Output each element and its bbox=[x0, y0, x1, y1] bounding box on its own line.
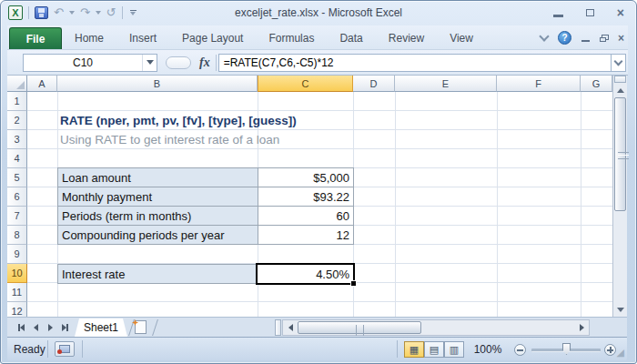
name-box-dropdown[interactable] bbox=[142, 55, 157, 71]
sheet-tab-sheet1[interactable]: Sheet1 bbox=[75, 318, 127, 337]
select-all-corner[interactable] bbox=[7, 76, 27, 92]
row-header-12[interactable]: 12 bbox=[7, 302, 27, 317]
row-header-3[interactable]: 3 bbox=[7, 130, 27, 149]
vertical-split-handle[interactable] bbox=[614, 76, 626, 83]
window-controls: × bbox=[553, 8, 624, 17]
restore-icon[interactable] bbox=[585, 9, 595, 17]
divider bbox=[47, 340, 48, 358]
row-header-6[interactable]: 6 bbox=[7, 187, 27, 207]
selected-cell-c10[interactable]: 4.50% bbox=[256, 263, 355, 285]
tab-separator bbox=[128, 319, 135, 336]
last-sheet-button[interactable] bbox=[58, 321, 71, 334]
redo-button[interactable]: ↷ bbox=[80, 6, 90, 19]
undo-dropdown-icon[interactable] bbox=[69, 11, 75, 15]
divider bbox=[397, 340, 398, 358]
scroll-left-button[interactable] bbox=[284, 321, 297, 334]
cell-c10-value: 4.50% bbox=[316, 268, 349, 281]
cell-reference: C10 bbox=[24, 55, 142, 71]
scroll-up-button[interactable] bbox=[614, 84, 626, 96]
minimize-ribbon-icon[interactable] bbox=[539, 31, 549, 41]
close-icon[interactable]: × bbox=[617, 9, 624, 17]
tab-page-layout[interactable]: Page Layout bbox=[169, 27, 256, 49]
formula-input[interactable]: =RATE(C7,C6,-C5)*12 bbox=[218, 54, 611, 72]
view-page-break-button[interactable]: ▥ bbox=[444, 341, 464, 358]
ribbon-right-controls: ? × bbox=[541, 31, 624, 45]
excel-app-icon[interactable]: X bbox=[8, 5, 23, 20]
row-header-1[interactable]: 1 bbox=[7, 92, 27, 111]
zoom-out-button[interactable] bbox=[514, 344, 526, 356]
row-header-2[interactable]: 2 bbox=[7, 111, 27, 130]
save-button[interactable] bbox=[35, 6, 48, 19]
formula-bar: C10 fx =RATE(C7,C6,-C5)*12 bbox=[7, 50, 628, 76]
divider bbox=[216, 55, 217, 71]
tab-home[interactable]: Home bbox=[62, 27, 116, 49]
column-header-a[interactable]: A bbox=[27, 76, 57, 92]
column-header-g[interactable]: G bbox=[581, 76, 612, 92]
horizontal-scrollbar[interactable] bbox=[282, 319, 590, 336]
tab-separator bbox=[152, 319, 158, 336]
workbook-restore-icon[interactable] bbox=[600, 35, 608, 42]
tab-review[interactable]: Review bbox=[376, 27, 437, 49]
vertical-scrollbar[interactable] bbox=[612, 76, 627, 317]
cell-b6-label[interactable]: Monthly payment bbox=[57, 187, 258, 207]
row-header-7[interactable]: 7 bbox=[7, 207, 27, 226]
tab-data[interactable]: Data bbox=[327, 27, 375, 49]
divider bbox=[82, 340, 83, 358]
formula-bar-handle bbox=[166, 56, 191, 69]
tab-view[interactable]: View bbox=[437, 27, 486, 49]
horizontal-scroll-thumb[interactable] bbox=[298, 321, 421, 334]
cell-b5-label[interactable]: Loan amount bbox=[57, 167, 258, 187]
next-sheet-button[interactable] bbox=[44, 321, 56, 334]
tab-formulas[interactable]: Formulas bbox=[256, 27, 327, 49]
vertical-scroll-thumb[interactable] bbox=[614, 97, 626, 211]
resize-grip[interactable]: ◢ bbox=[613, 347, 624, 358]
fill-handle[interactable] bbox=[350, 280, 357, 287]
column-headers: A B C D E F G bbox=[7, 76, 612, 92]
column-header-b[interactable]: B bbox=[57, 76, 258, 92]
scroll-down-button[interactable] bbox=[614, 303, 626, 316]
column-header-f[interactable]: F bbox=[497, 76, 581, 92]
cell-b10-label[interactable]: Interest rate bbox=[57, 264, 258, 284]
cell-c5-value[interactable]: $5,000 bbox=[258, 167, 354, 187]
cell-b8-label[interactable]: Compounding periods per year bbox=[57, 225, 258, 245]
first-sheet-button[interactable] bbox=[15, 321, 27, 334]
cell-c7-value[interactable]: 60 bbox=[258, 206, 354, 226]
row-header-10-selected[interactable]: 10 bbox=[7, 264, 27, 283]
gridline bbox=[395, 92, 396, 317]
help-icon[interactable]: ? bbox=[558, 31, 571, 45]
name-box[interactable]: C10 bbox=[23, 54, 157, 72]
tab-file[interactable]: File bbox=[9, 27, 62, 49]
column-header-e[interactable]: E bbox=[395, 76, 497, 92]
expand-formula-bar-button[interactable] bbox=[611, 54, 626, 72]
row-header-8[interactable]: 8 bbox=[7, 226, 27, 245]
row-header-4[interactable]: 4 bbox=[7, 149, 27, 168]
cell-c6-value[interactable]: $93.22 bbox=[258, 187, 354, 207]
scroll-right-button[interactable] bbox=[575, 321, 588, 334]
insert-worksheet-button[interactable] bbox=[135, 320, 147, 334]
insert-function-button[interactable]: fx bbox=[197, 56, 216, 70]
cell-b3-subheading[interactable]: Using RATE to get interest rate of a loa… bbox=[60, 130, 279, 149]
zoom-slider-thumb[interactable] bbox=[562, 343, 571, 355]
workbook-close-icon[interactable]: × bbox=[618, 34, 624, 43]
title-bar: X ↶ ↷ ↺ exceljet_rate.xlsx - Microsoft E… bbox=[0, 0, 637, 25]
column-header-d[interactable]: D bbox=[353, 76, 395, 92]
view-normal-button[interactable]: ▦ bbox=[404, 341, 424, 358]
row-header-5[interactable]: 5 bbox=[7, 168, 27, 187]
cell-b7-label[interactable]: Periods (term in months) bbox=[57, 206, 258, 226]
workbook-minimize-icon[interactable] bbox=[581, 35, 590, 42]
row-header-9[interactable]: 9 bbox=[7, 245, 27, 264]
undo-button[interactable]: ↶ bbox=[54, 6, 64, 19]
row-header-11[interactable]: 11 bbox=[7, 283, 27, 302]
divider bbox=[28, 6, 29, 19]
macro-record-button[interactable] bbox=[55, 341, 75, 357]
cell-c8-value[interactable]: 12 bbox=[258, 225, 354, 245]
cell-b2-heading[interactable]: RATE (nper, pmt, pv, [fv], [type], [gues… bbox=[60, 111, 297, 130]
zoom-level: 100% bbox=[468, 343, 508, 356]
tab-insert[interactable]: Insert bbox=[116, 27, 169, 49]
column-header-c-selected[interactable]: C bbox=[258, 76, 353, 92]
view-page-layout-button[interactable]: ▤ bbox=[424, 341, 444, 358]
previous-sheet-button[interactable] bbox=[29, 321, 42, 334]
minimize-icon[interactable] bbox=[553, 8, 563, 17]
horizontal-split-handle[interactable] bbox=[275, 319, 281, 336]
excel-window: X ↶ ↷ ↺ exceljet_rate.xlsx - Microsoft E… bbox=[0, 0, 637, 364]
